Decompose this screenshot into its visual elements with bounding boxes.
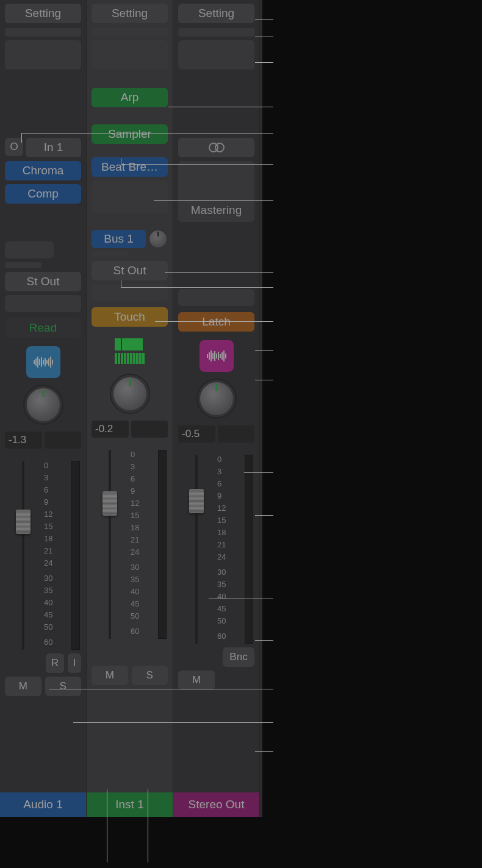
bounce-button[interactable]: Bnc [223,647,254,667]
send-slot-empty[interactable] [5,241,54,258]
input-format-button[interactable]: O [5,138,23,156]
automation-mode[interactable]: Read [5,318,81,338]
callout-line [244,472,273,473]
mixer-panel: Setting O In 1 Chroma Comp St Out Read [0,0,262,817]
level-meter [245,455,253,644]
meter-scale: 036 91215 182124 303540 455060 [44,461,60,650]
group-slot[interactable] [5,295,81,312]
callout-line [255,751,273,752]
plugin-slot-empty[interactable] [92,180,168,213]
callout-line [255,62,273,63]
callout-vline [121,158,121,164]
callout-line [255,640,273,641]
peak-display[interactable] [218,425,255,443]
plugin-slot-beatbreaker[interactable]: Beat Bre… [92,157,168,177]
send-slot-empty[interactable] [92,251,128,257]
callout-vline [21,133,22,143]
callout-line [255,515,273,516]
peak-display[interactable] [131,421,168,438]
mute-button[interactable]: M [178,671,215,690]
gain-slot[interactable] [178,28,254,37]
callout-vline [107,789,107,863]
callout-line [255,37,273,37]
output-slot[interactable]: St Out [92,261,168,280]
volume-display[interactable]: -1.3 [5,432,42,449]
mastering-slot[interactable]: Mastering [178,161,254,222]
peak-display[interactable] [45,432,82,449]
callout-line [49,689,273,689]
eq-thumbnail[interactable] [92,40,168,69]
track-icon-master[interactable] [200,340,234,372]
level-meter [158,450,167,639]
callout-line [255,380,273,380]
callout-line [154,200,273,201]
volume-fader[interactable] [189,489,204,513]
input-slot[interactable]: In 1 [26,138,81,157]
channel-strip-inst: Setting Arp Sampler Beat Bre… Bus 1 St O… [87,0,173,817]
automation-mode[interactable]: Latch [178,312,254,332]
volume-display[interactable]: -0.5 [178,425,215,443]
input-slot-stereo[interactable] [178,138,254,157]
track-icon-audio[interactable] [26,346,60,378]
setting-button[interactable]: Setting [92,4,168,23]
instrument-slot[interactable]: Sampler [92,124,168,144]
gain-slot[interactable] [5,28,81,37]
callout-line [121,287,273,288]
eq-thumbnail[interactable] [5,40,81,69]
midi-fx-slot[interactable]: Arp [92,88,168,107]
track-icon-inst[interactable] [113,335,147,367]
volume-display[interactable]: -0.2 [92,421,129,438]
stereo-icon [209,143,225,152]
callout-line [209,599,273,599]
callout-line [165,272,273,273]
pan-knob[interactable] [112,375,148,412]
solo-button[interactable]: S [45,677,82,696]
send-slot-empty-2[interactable] [5,262,41,268]
callout-line [155,321,273,322]
callout-vline [148,789,148,863]
callout-line [73,722,273,723]
gain-slot[interactable] [92,28,168,37]
fader-slot [22,461,24,650]
input-monitor-button[interactable]: I [68,653,81,673]
callout-line [255,350,273,351]
callout-line [21,133,273,133]
pan-knob[interactable] [25,386,62,423]
mute-button[interactable]: M [92,666,128,685]
setting-button[interactable]: Setting [178,4,254,23]
fader-region: 036 91215 182124 303540 455060 [92,450,168,639]
volume-fader[interactable] [103,491,117,516]
meter-scale: 036 91215 182124 303540 455060 [131,450,146,639]
send-slot-bus1[interactable]: Bus 1 [92,230,146,248]
balance-knob[interactable] [198,380,235,417]
volume-fader[interactable] [16,510,31,534]
group-slot[interactable] [178,289,254,306]
instrument-icon [115,338,145,364]
solo-button[interactable]: S [132,666,168,685]
track-name[interactable]: Audio 1 [0,792,86,817]
fader-scale [5,461,16,650]
output-slot[interactable]: St Out [5,272,81,291]
callout-vline [121,280,121,287]
automation-mode[interactable]: Touch [92,307,168,327]
channel-strip-audio: Setting O In 1 Chroma Comp St Out Read [0,0,87,817]
waveform-icon [33,356,54,368]
mute-button[interactable]: M [5,677,41,696]
callout-line [121,164,273,165]
track-name[interactable]: Stereo Out [173,792,259,817]
fader-region: 036 91215 182124 303540 455060 [5,461,81,650]
callout-line [255,20,273,20]
plugin-slot-chroma[interactable]: Chroma [5,161,81,180]
callout-line [168,107,273,107]
send-level-knob[interactable] [148,229,168,249]
fader-region: 036 91215 182124 303540 455060 [178,455,254,644]
plugin-slot-comp[interactable]: Comp [5,184,81,204]
level-meter [71,461,80,650]
track-name[interactable]: Inst 1 [87,792,173,817]
eq-thumbnail[interactable] [178,40,254,69]
setting-button[interactable]: Setting [5,4,81,23]
record-enable-button[interactable]: R [46,653,64,673]
waveform-icon [206,350,227,362]
meter-scale: 036 91215 182124 303540 455060 [217,455,233,644]
channel-strip-master: Setting Mastering Latch -0.5 [173,0,260,817]
